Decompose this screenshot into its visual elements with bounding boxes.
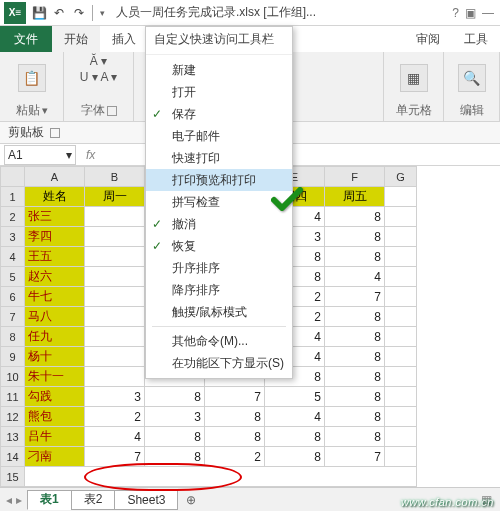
col-header[interactable]: A [25, 167, 85, 187]
data-cell[interactable]: 7 [205, 387, 265, 407]
cells-icon[interactable]: ▦ [400, 64, 428, 92]
paste-icon[interactable]: 📋 [18, 64, 46, 92]
minimize-icon[interactable]: — [482, 6, 494, 20]
row-header[interactable]: 8 [1, 327, 25, 347]
data-cell[interactable]: 8 [325, 307, 385, 327]
name-cell[interactable]: 任九 [25, 327, 85, 347]
header-cell[interactable]: 姓名 [25, 187, 85, 207]
data-cell[interactable]: 4 [265, 407, 325, 427]
name-cell[interactable]: 吕牛 [25, 427, 85, 447]
data-cell[interactable]: 8 [265, 427, 325, 447]
header-cell[interactable]: 周一 [85, 187, 145, 207]
dialog-launcher-icon[interactable] [107, 106, 117, 116]
menu-item[interactable]: 在功能区下方显示(S) [146, 352, 292, 374]
font-a-icon[interactable]: Ă ▾ [90, 54, 107, 68]
undo-icon[interactable]: ↶ [50, 4, 68, 22]
redo-icon[interactable]: ↷ [70, 4, 88, 22]
data-cell[interactable]: 7 [85, 447, 145, 467]
tab-file[interactable]: 文件 [0, 26, 52, 52]
name-cell[interactable]: 张三 [25, 207, 85, 227]
name-cell[interactable]: 牛七 [25, 287, 85, 307]
data-cell[interactable]: 8 [205, 427, 265, 447]
help-icon[interactable]: ? [452, 6, 459, 20]
data-cell[interactable] [85, 307, 145, 327]
tab-home[interactable]: 开始 [52, 26, 100, 52]
clipboard-launcher-icon[interactable] [50, 128, 60, 138]
data-cell[interactable] [85, 327, 145, 347]
name-cell[interactable]: 熊包 [25, 407, 85, 427]
edit-find-icon[interactable]: 🔍 [458, 64, 486, 92]
data-cell[interactable]: 8 [325, 207, 385, 227]
row-header[interactable]: 2 [1, 207, 25, 227]
fx-icon[interactable]: fx [80, 148, 101, 162]
data-cell[interactable]: 2 [205, 447, 265, 467]
data-cell[interactable]: 8 [325, 367, 385, 387]
row-header[interactable]: 10 [1, 367, 25, 387]
menu-item[interactable]: 快速打印 [146, 147, 292, 169]
data-cell[interactable]: 8 [325, 347, 385, 367]
row-header[interactable]: 5 [1, 267, 25, 287]
menu-item[interactable]: 新建 [146, 59, 292, 81]
row-header[interactable]: 11 [1, 387, 25, 407]
row-header[interactable]: 13 [1, 427, 25, 447]
font-underline-icon[interactable]: U ▾ A ▾ [80, 70, 117, 84]
row-header[interactable]: 4 [1, 247, 25, 267]
data-cell[interactable]: 8 [145, 387, 205, 407]
ribbon-display-icon[interactable]: ▣ [465, 6, 476, 20]
new-sheet-button[interactable]: ⊕ [178, 493, 204, 507]
name-cell[interactable]: 马八 [25, 307, 85, 327]
save-icon[interactable]: 💾 [30, 4, 48, 22]
tab-review[interactable]: 审阅 [404, 26, 452, 52]
data-cell[interactable]: 3 [85, 387, 145, 407]
col-header[interactable]: B [85, 167, 145, 187]
data-cell[interactable]: 8 [325, 427, 385, 447]
menu-item[interactable]: 其他命令(M)... [146, 330, 292, 352]
tab-tools[interactable]: 工具 [452, 26, 500, 52]
row-header[interactable]: 3 [1, 227, 25, 247]
data-cell[interactable]: 4 [85, 427, 145, 447]
tab-insert[interactable]: 插入 [100, 26, 148, 52]
row-header[interactable]: 7 [1, 307, 25, 327]
data-cell[interactable]: 7 [325, 287, 385, 307]
menu-item[interactable]: 电子邮件 [146, 125, 292, 147]
data-cell[interactable]: 5 [265, 387, 325, 407]
data-cell[interactable]: 4 [325, 267, 385, 287]
row-header[interactable]: 15 [1, 467, 25, 487]
menu-item[interactable]: 触摸/鼠标模式 [146, 301, 292, 323]
data-cell[interactable]: 8 [265, 447, 325, 467]
sheet-tab[interactable]: 表2 [71, 490, 116, 510]
data-cell[interactable]: 8 [145, 427, 205, 447]
row-header[interactable]: 6 [1, 287, 25, 307]
data-cell[interactable] [85, 347, 145, 367]
menu-item[interactable]: 降序排序 [146, 279, 292, 301]
row-header[interactable]: 9 [1, 347, 25, 367]
menu-item[interactable]: ✓保存 [146, 103, 292, 125]
data-cell[interactable]: 8 [325, 407, 385, 427]
data-cell[interactable] [85, 267, 145, 287]
data-cell[interactable] [85, 287, 145, 307]
data-cell[interactable] [85, 247, 145, 267]
data-cell[interactable]: 8 [325, 327, 385, 347]
name-cell[interactable]: 勾践 [25, 387, 85, 407]
name-cell[interactable]: 王五 [25, 247, 85, 267]
header-cell[interactable]: 周五 [325, 187, 385, 207]
data-cell[interactable] [85, 227, 145, 247]
col-header[interactable]: F [325, 167, 385, 187]
data-cell[interactable]: 8 [325, 387, 385, 407]
qat-more-button[interactable]: ▾ [97, 8, 108, 18]
sheet-tab[interactable]: Sheet3 [114, 490, 178, 510]
data-cell[interactable] [85, 207, 145, 227]
row-header[interactable]: 14 [1, 447, 25, 467]
menu-item[interactable]: 打开 [146, 81, 292, 103]
sheet-nav[interactable]: ◂▸ [0, 493, 28, 507]
data-cell[interactable]: 7 [325, 447, 385, 467]
name-cell[interactable]: 李四 [25, 227, 85, 247]
row-header[interactable]: 12 [1, 407, 25, 427]
name-cell[interactable]: 刁南 [25, 447, 85, 467]
data-cell[interactable]: 8 [145, 447, 205, 467]
row-header[interactable]: 1 [1, 187, 25, 207]
name-box[interactable]: A1▾ [4, 145, 76, 165]
name-cell[interactable]: 朱十一 [25, 367, 85, 387]
name-cell[interactable]: 杨十 [25, 347, 85, 367]
name-cell[interactable]: 赵六 [25, 267, 85, 287]
